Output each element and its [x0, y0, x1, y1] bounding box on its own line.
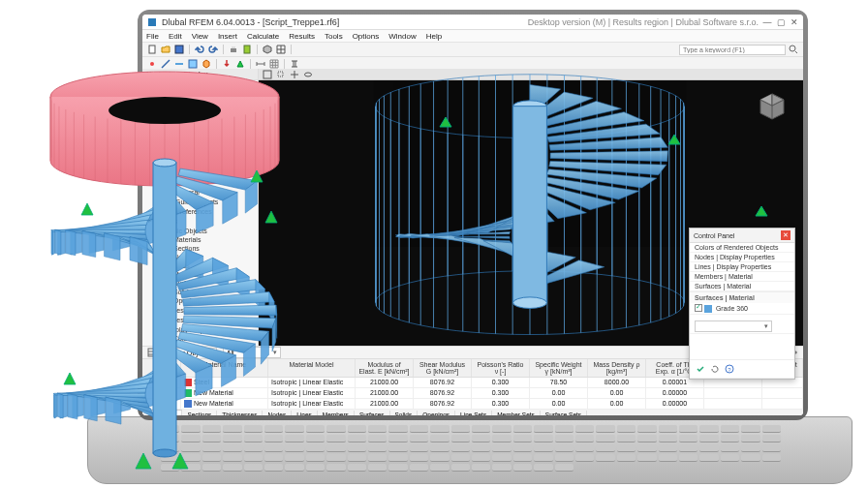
view-iso-icon[interactable]: [262, 44, 273, 55]
navigator-tab-results[interactable]: Results: [231, 83, 261, 90]
table-body[interactable]: 1SteelIsotropic | Linear Elastic21000.00…: [142, 378, 803, 410]
sheet-tab[interactable]: Surface Sets: [541, 411, 587, 415]
tree-item[interactable]: ▸Preferences: [144, 206, 256, 216]
tree-item[interactable]: Nodes: [144, 253, 256, 261]
menu-item-view[interactable]: View: [192, 32, 208, 41]
tree-item[interactable]: Members: [144, 270, 256, 279]
checkbox-icon[interactable]: [166, 178, 173, 186]
sheet-tab[interactable]: Surfaces: [355, 411, 390, 415]
tree-item[interactable]: Colors: [144, 334, 256, 343]
cp-help-icon[interactable]: ?: [724, 363, 735, 375]
tree-item[interactable]: Openings: [144, 296, 256, 305]
open-file-icon[interactable]: [160, 44, 171, 55]
checkbox-icon[interactable]: [166, 139, 173, 147]
undo-icon[interactable]: [194, 44, 205, 55]
navigator-tab-views[interactable]: Views: [203, 83, 230, 90]
calc-icon[interactable]: [241, 44, 253, 55]
save-icon[interactable]: [173, 44, 185, 55]
menu-item-insert[interactable]: Insert: [218, 32, 237, 41]
tree-item[interactable]: ▸Display Properties: [144, 324, 256, 334]
checkbox-icon[interactable]: [166, 198, 173, 205]
search-icon[interactable]: [788, 44, 799, 55]
control-panel-item[interactable]: Grade 360: [690, 303, 794, 315]
menu-item-options[interactable]: Options: [353, 32, 380, 41]
print-icon[interactable]: [228, 44, 239, 55]
column-header[interactable]: Mass Density ρ [kg/m³]: [588, 359, 646, 377]
column-header[interactable]: Poisson's Ratio ν [-]: [472, 359, 530, 377]
navigator-tab-data[interactable]: Data: [145, 83, 168, 90]
new-file-icon[interactable]: [146, 44, 158, 55]
tree-item[interactable]: ▸Guide Objects: [144, 197, 256, 206]
control-panel-row[interactable]: Lines | Display Properties: [690, 262, 794, 272]
menu-item-calculate[interactable]: Calculate: [247, 32, 279, 41]
window-maximize-button[interactable]: ▢: [776, 17, 786, 26]
window-titlebar[interactable]: Dlubal RFEM 6.04.0013 - [Script_Treppe1.…: [142, 15, 803, 30]
checkbox-icon[interactable]: [166, 159, 173, 167]
tree-item[interactable]: Materials: [144, 235, 256, 244]
sheet-tabs[interactable]: MaterialsSectionsThicknessesNodesLinesMe…: [142, 410, 803, 415]
navigator-tabs[interactable]: DataDisplayViewsResults: [142, 80, 258, 94]
tree-item[interactable]: ▸Numbering: [144, 129, 256, 138]
sheet-tab[interactable]: Line Sets: [455, 411, 492, 415]
checkbox-icon[interactable]: [166, 130, 173, 137]
view-wireframe-icon[interactable]: [275, 44, 287, 55]
tree-item[interactable]: Solids: [144, 288, 256, 296]
search-input[interactable]: [679, 45, 786, 55]
control-panel-close-button[interactable]: ✕: [781, 230, 790, 240]
navigator-mini-toolbar[interactable]: [142, 94, 258, 107]
tree-item[interactable]: ▸Types for Nodes: [144, 305, 256, 315]
table-toggle-icon[interactable]: [146, 347, 158, 358]
sheet-tab[interactable]: Lines: [292, 411, 318, 415]
tree-item[interactable]: ▸Types for Lines: [144, 315, 256, 324]
menu-item-help[interactable]: Help: [426, 32, 442, 41]
checkbox-icon[interactable]: [166, 168, 173, 176]
menu-item-edit[interactable]: Edit: [169, 32, 182, 41]
tree-item[interactable]: ▸Tables: [144, 216, 256, 226]
control-panel-row[interactable]: Members | Material: [690, 272, 794, 282]
tree-item[interactable]: ▸Rendering: [144, 148, 256, 158]
tree-item[interactable]: Surfaces: [144, 279, 256, 288]
cp-apply-icon[interactable]: [695, 363, 706, 375]
tree-item[interactable]: Sections: [144, 244, 256, 253]
collapse-all-icon[interactable]: [159, 95, 170, 107]
navigator-tab-display[interactable]: Display: [170, 82, 202, 91]
table-tab-main[interactable]: Main Objects: [164, 348, 217, 357]
checkbox-icon[interactable]: [695, 304, 702, 312]
menu-item-file[interactable]: File: [146, 32, 159, 41]
column-header[interactable]: Material Model: [268, 359, 356, 377]
checkbox-icon[interactable]: [166, 149, 173, 157]
expand-all-icon[interactable]: [145, 95, 157, 107]
menu-item-tools[interactable]: Tools: [325, 32, 343, 41]
sheet-tab[interactable]: Members: [318, 411, 355, 415]
table-row[interactable]: 2New MaterialIsotropic | Linear Elastic2…: [142, 388, 803, 399]
tree-item[interactable]: ▸Basic Objects: [144, 226, 256, 235]
menu-item-results[interactable]: Results: [289, 32, 315, 41]
cp-reset-icon[interactable]: [709, 363, 721, 375]
control-panel-row[interactable]: Nodes | Display Properties: [690, 253, 794, 262]
redo-icon[interactable]: [207, 44, 219, 55]
sheet-tab[interactable]: Sections: [182, 411, 217, 415]
column-header[interactable]: Modulus of Elast. E [kN/cm²]: [356, 359, 414, 377]
tree-item[interactable]: ▸General: [144, 187, 256, 197]
column-header[interactable]: Specific Weight γ [kN/m³]: [530, 359, 588, 377]
tree-item[interactable]: ▸Transparent: [144, 119, 256, 129]
refresh-icon[interactable]: [172, 95, 184, 107]
table-row[interactable]: 3New MaterialIsotropic | Linear Elastic2…: [142, 399, 803, 410]
window-close-button[interactable]: ✕: [790, 17, 799, 26]
sheet-tab[interactable]: Nodes: [263, 411, 292, 415]
sheet-tab[interactable]: Solids: [390, 411, 418, 415]
tree-item[interactable]: ▸Add-ons: [144, 177, 256, 187]
sheet-tab[interactable]: Thicknesses: [217, 411, 263, 415]
table-filter-dropdown[interactable]: All: [223, 347, 281, 358]
tree-item[interactable]: ▸Results: [144, 168, 256, 177]
tree-item[interactable]: ▸Loads: [144, 158, 256, 168]
control-panel-dropdown[interactable]: [695, 320, 772, 332]
tree-item[interactable]: ▸Model: [144, 109, 256, 119]
checkbox-icon[interactable]: [158, 110, 166, 118]
control-panel-row[interactable]: Surfaces | Material: [690, 282, 794, 291]
control-panel[interactable]: Control Panel ✕ Colors of Rendered Objec…: [689, 228, 795, 380]
tree-item[interactable]: ▸Colors: [144, 138, 256, 148]
column-header[interactable]: [142, 359, 181, 377]
navigator-panel[interactable]: Navigator - Display DataDisplayViewsResu…: [142, 69, 259, 346]
column-header[interactable]: Shear Modulus G [kN/cm²]: [414, 359, 472, 377]
